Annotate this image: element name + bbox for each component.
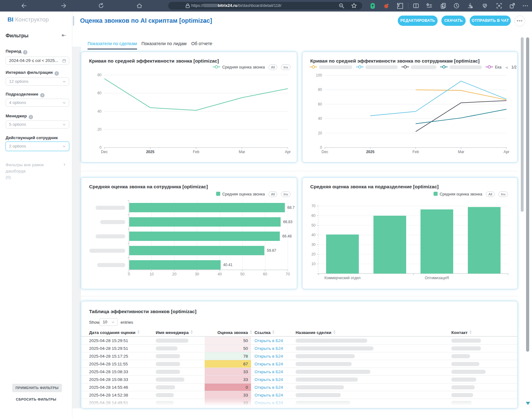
- split-screen-icon[interactable]: [413, 2, 419, 9]
- legend-item[interactable]: [401, 65, 436, 69]
- edit-button[interactable]: РЕДАКТИРОВАТЬ: [398, 16, 438, 26]
- legend-page-prev-icon[interactable]: ◀: [505, 66, 508, 69]
- scroll-down-arrow-icon[interactable]: [526, 402, 530, 405]
- page-size-select[interactable]: 10: [99, 318, 117, 326]
- svg-text:ОптимизациЯ: ОптимизациЯ: [425, 276, 449, 280]
- forward-icon[interactable]: [60, 2, 67, 9]
- legend-page-indicator: 1/2: [511, 65, 517, 69]
- column-header-5[interactable]: Название сделки: [296, 329, 336, 336]
- legend-line-marker: [310, 65, 317, 69]
- sort-icon: [190, 330, 193, 335]
- column-header-4[interactable]: Ссылка: [254, 329, 275, 336]
- cell-link[interactable]: Открыть в Б24: [254, 383, 283, 391]
- inner-scrollbar-thumb[interactable]: [521, 37, 524, 212]
- extensions-puzzle-icon[interactable]: [397, 2, 403, 9]
- cell-link[interactable]: Открыть в Б24: [254, 391, 283, 399]
- outer-filters-label[interactable]: Фильтры вне рамок дашборда (0): [6, 162, 65, 181]
- svg-text:59.67: 59.67: [267, 248, 276, 253]
- more-icon[interactable]: [522, 2, 529, 9]
- page-scrollbar-thumb[interactable]: [526, 37, 529, 352]
- vbar-chart-plot: 10203040506070Коммерческий отделОптимиза…: [302, 200, 518, 288]
- ext-red-icon[interactable]: [383, 2, 390, 9]
- filter-label: Действующий сотрудник: [6, 135, 58, 140]
- cell-link[interactable]: Открыть в Б24: [254, 337, 283, 345]
- cell-contact-redacted: [451, 339, 481, 343]
- filter-date-input[interactable]: 2024-04-29 ≤ col < 2025...: [6, 57, 69, 65]
- tab-2[interactable]: Показатели по лидам: [141, 41, 187, 49]
- legend-item[interactable]: [356, 65, 398, 69]
- bookmark-star-icon[interactable]: [351, 2, 357, 9]
- chevron-right-icon[interactable]: ›: [64, 161, 65, 167]
- sort-icon: [249, 330, 252, 335]
- filter-select-2[interactable]: 12 options: [6, 77, 69, 86]
- svg-text:0: 0: [128, 272, 130, 276]
- cell-manager-redacted: [156, 385, 175, 389]
- downloads-icon[interactable]: i: [467, 2, 473, 9]
- legend-item[interactable]: Средняя оценка звонка: [216, 192, 265, 197]
- share-icon[interactable]: [509, 2, 515, 9]
- legend-item[interactable]: Ека: [486, 65, 501, 69]
- cell-link[interactable]: Открыть в Б24: [254, 345, 283, 352]
- cell-score: 33: [205, 391, 248, 399]
- title-accent-bar: [73, 16, 74, 26]
- chevron-down-icon[interactable]: [202, 19, 207, 24]
- history-icon[interactable]: [453, 2, 460, 9]
- filter-select-3[interactable]: 4 options: [6, 99, 69, 107]
- cell-link[interactable]: Открыть в Б24: [254, 352, 283, 360]
- back-icon[interactable]: [21, 2, 27, 9]
- line-chart-plot: 020406080100Dec2025FebMarApr: [302, 72, 518, 162]
- svg-text:40: 40: [97, 109, 102, 114]
- table-row: 2025-04-28 15:17:2578Открыть в Б24: [81, 352, 518, 360]
- svg-text:2025: 2025: [146, 150, 154, 154]
- ext-green-icon[interactable]: [369, 2, 376, 9]
- collections-icon[interactable]: [426, 2, 432, 9]
- svg-text:68.7: 68.7: [287, 205, 295, 210]
- legend-inv-button[interactable]: Inv: [498, 191, 508, 197]
- tab-1[interactable]: Показатели по сделкам: [88, 41, 137, 49]
- chart-legend: Средняя оценка звонкаAllInv: [434, 191, 508, 197]
- web-capture-icon[interactable]: [496, 2, 502, 9]
- download-button[interactable]: СКАЧАТЬ: [441, 16, 466, 26]
- reset-filters-button[interactable]: СБРОСИТЬ ФИЛЬТРЫ: [0, 397, 72, 401]
- more-actions-button[interactable]: •••: [514, 16, 525, 26]
- home-icon[interactable]: [136, 2, 143, 9]
- apply-filters-button[interactable]: ПРИМЕНИТЬ ФИЛЬТРЫ: [12, 384, 62, 392]
- table-title: Таблица эффективности звонков [optimizac…: [89, 309, 197, 314]
- svg-text:100: 100: [316, 73, 322, 77]
- cell-link[interactable]: Открыть в Б24: [254, 376, 283, 383]
- column-header-6[interactable]: Контакт: [451, 329, 472, 336]
- screen: https://bitrix24.ru/bi/dashboard/detail/…: [0, 0, 532, 418]
- refresh-icon[interactable]: [98, 2, 104, 9]
- column-header-2[interactable]: Имя менеджера: [156, 329, 193, 336]
- browser-essentials-icon[interactable]: [482, 2, 488, 9]
- hbar-chart-plot: 01020304050607068.766.8366.4859.6740.41: [81, 200, 297, 288]
- svg-text:10: 10: [311, 262, 316, 266]
- filter-select-4[interactable]: 5 options: [6, 120, 69, 129]
- address-bar[interactable]: https://bitrix24.ru/bi/dashboard/detail/…: [168, 2, 362, 10]
- legend-all-button[interactable]: All: [486, 191, 495, 197]
- cell-link[interactable]: Открыть в Б24: [254, 360, 283, 368]
- legend-item[interactable]: [310, 65, 352, 69]
- svg-text:80: 80: [97, 73, 102, 77]
- legend-item[interactable]: [440, 65, 482, 69]
- sort-icon: [469, 330, 472, 335]
- zoom-out-icon[interactable]: [338, 2, 345, 9]
- filter-select-5[interactable]: 2 options: [6, 142, 69, 151]
- cell-link[interactable]: Открыть в Б24: [254, 368, 283, 376]
- toolbar-divider: [408, 3, 408, 9]
- table-card: Таблица эффективности звонков [optimizac…: [81, 301, 518, 408]
- tab-3[interactable]: Об отчете: [191, 41, 212, 49]
- info-icon: i: [23, 50, 27, 54]
- collapse-sidebar-icon[interactable]: ⇤: [62, 32, 66, 39]
- svg-text:Dec: Dec: [321, 150, 328, 154]
- copy-page-icon[interactable]: [440, 2, 447, 9]
- column-header-1[interactable]: Дата создания оценки: [89, 329, 140, 336]
- legend-inv-button[interactable]: Inv: [281, 191, 291, 197]
- cell-manager-redacted: [156, 339, 188, 343]
- chart-card-3: Средняя оценка звонка на сотрудника [opt…: [81, 177, 297, 289]
- legend-all-button[interactable]: All: [268, 191, 277, 197]
- column-header-3[interactable]: Оценка звонка: [205, 329, 252, 336]
- send-to-chat-button[interactable]: ОТПРАВИТЬ В ЧАТ: [470, 16, 511, 26]
- legend-item[interactable]: Средняя оценка звонка: [434, 192, 482, 197]
- cell-score: 33: [205, 368, 248, 376]
